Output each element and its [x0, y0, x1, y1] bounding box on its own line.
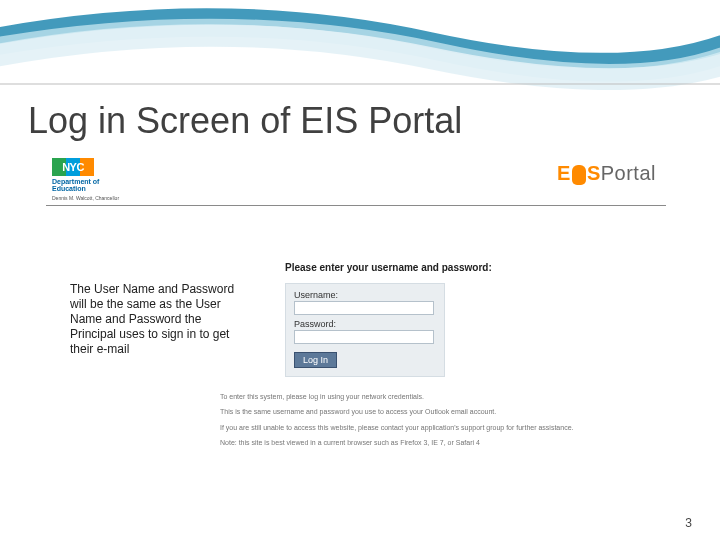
- login-box: Username: Password: Log In: [285, 283, 445, 377]
- help-line-3: If you are still unable to access this w…: [220, 423, 660, 432]
- login-heading: Please enter your username and password:: [285, 262, 585, 273]
- nyc-logo-text: NYC: [62, 161, 84, 173]
- nyc-logo-icon: NYC: [52, 158, 94, 176]
- page-number: 3: [685, 516, 692, 530]
- eis-portal-logo: ESPortal: [557, 162, 656, 185]
- eis-logo-e: E: [557, 162, 571, 184]
- dept-label-2: Education: [52, 185, 86, 192]
- password-label: Password:: [294, 319, 436, 329]
- portal-header: NYC Department of Education Dennis M. Wa…: [46, 152, 666, 206]
- login-form: Please enter your username and password:…: [285, 262, 585, 377]
- person-icon: [572, 165, 586, 185]
- nyc-doe-logo: NYC Department of Education Dennis M. Wa…: [52, 158, 119, 201]
- login-button[interactable]: Log In: [294, 352, 337, 368]
- username-input[interactable]: [294, 301, 434, 315]
- username-label: Username:: [294, 290, 436, 300]
- page-title: Log in Screen of EIS Portal: [28, 100, 720, 142]
- callout-text: The User Name and Password will be the s…: [70, 282, 240, 357]
- eis-logo-portal: Portal: [601, 162, 656, 184]
- help-line-1: To enter this system, please log in usin…: [220, 392, 660, 401]
- eis-logo-s: S: [587, 162, 601, 184]
- password-input[interactable]: [294, 330, 434, 344]
- chancellor-label: Dennis M. Walcott, Chancellor: [52, 195, 119, 201]
- help-text: To enter this system, please log in usin…: [220, 392, 660, 454]
- help-line-2: This is the same username and password y…: [220, 407, 660, 416]
- slide-top-decoration: [0, 0, 720, 80]
- help-note: Note: this site is best viewed in a curr…: [220, 438, 660, 447]
- dept-label-1: Department of: [52, 178, 99, 185]
